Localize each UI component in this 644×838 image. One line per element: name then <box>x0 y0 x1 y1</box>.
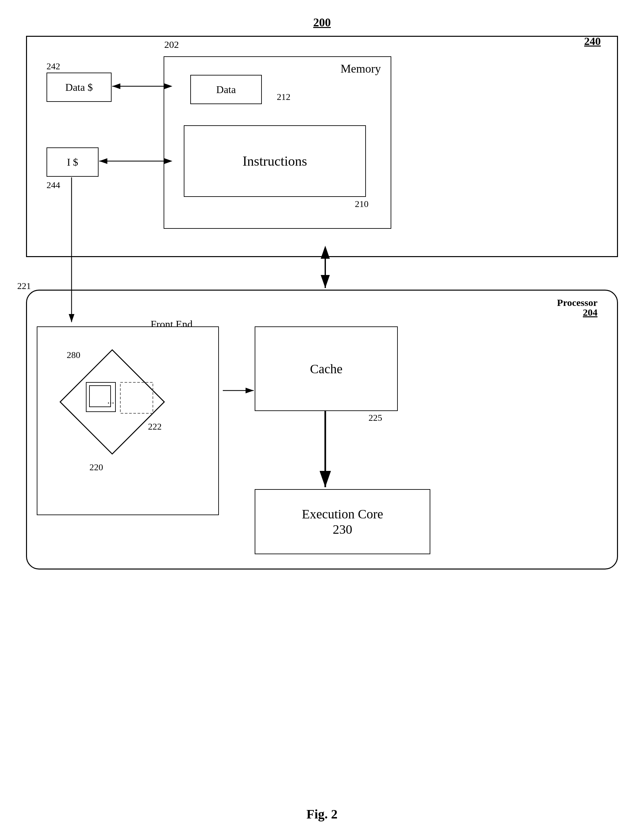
exec-core-box: Execution Core 230 <box>255 489 430 554</box>
frontend-box: 280 ... 220 <box>37 326 219 515</box>
fig-label: Fig. 2 <box>306 807 338 822</box>
cache-label: Cache <box>310 361 342 377</box>
label-210: 210 <box>355 199 368 209</box>
label-204: 204 <box>583 307 598 318</box>
label-220: 220 <box>89 462 103 473</box>
exec-core-label-line1: Execution Core <box>302 506 383 522</box>
data-cache-label: Data $ <box>66 81 93 94</box>
memory-system-box: 240 Data $ 242 I $ 244 202 Memory Data 2… <box>26 36 618 257</box>
svg-rect-3 <box>120 382 153 413</box>
memory-box: 202 Memory Data 212 Instructions 210 <box>164 56 391 229</box>
diamond-container: 280 ... 220 <box>54 343 197 493</box>
instructions-label: Instructions <box>243 153 307 169</box>
label-244: 244 <box>46 180 60 190</box>
processor-label: Processor <box>557 297 598 308</box>
instructions-box: Instructions 210 <box>184 125 366 197</box>
icache-box: I $ <box>46 147 99 177</box>
data-cache-box: Data $ <box>46 72 112 102</box>
label-202: 202 <box>164 39 179 50</box>
diagram-container: 240 Data $ 242 I $ 244 202 Memory Data 2… <box>26 36 618 773</box>
label-225: 225 <box>368 413 382 423</box>
cache-box: Cache <box>255 326 398 411</box>
processor-box: 221 Processor 204 Front End 280 <box>26 290 618 570</box>
page-number: 200 <box>313 16 331 29</box>
svg-text:...: ... <box>107 395 114 405</box>
label-240: 240 <box>584 35 601 48</box>
data-inner-box: Data 212 <box>190 75 262 104</box>
icache-label: I $ <box>67 156 78 168</box>
diamond-outer: ... <box>57 347 168 457</box>
memory-label: Memory <box>340 62 381 76</box>
label-222: 222 <box>148 421 162 432</box>
label-242: 242 <box>46 61 60 72</box>
data-inner-label: Data <box>216 84 236 95</box>
exec-core-label-line2: 230 <box>333 522 352 537</box>
label-221: 221 <box>17 281 31 291</box>
label-212: 212 <box>277 92 291 102</box>
